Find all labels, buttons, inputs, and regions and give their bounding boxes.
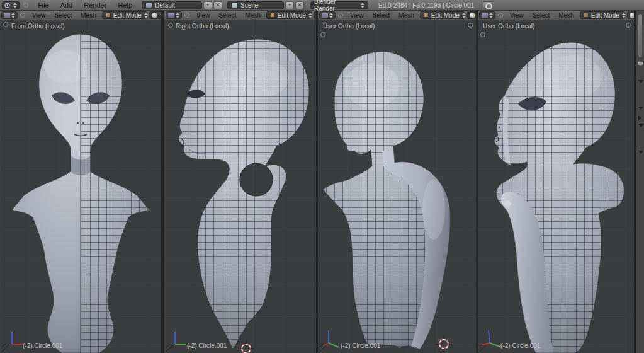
blender-window: File Add Render Help Default + ✕ Scene +… [0,0,644,353]
expand-toolshelf-button[interactable] [168,23,173,28]
viewport-right[interactable]: View Select Mesh Edit Mode [164,11,316,353]
edit-mode-icon [424,13,429,18]
viewport-front[interactable]: View Select Mesh Edit Mode Global [0,11,161,353]
info-editor-icon [4,3,12,8]
scene-dropdown[interactable]: Scene [227,1,284,9]
front-view-render [0,20,161,353]
shading-dropdown[interactable] [314,11,316,19]
view3d-editor-icon [4,13,10,18]
expand-menus-button[interactable] [338,13,343,18]
view-menu[interactable]: View [192,12,215,19]
mesh-menu[interactable]: Mesh [240,12,264,19]
edit-mode-icon [270,13,275,18]
solid-shading-icon [470,13,475,18]
viewport-front-header: View Select Mesh Edit Mode Global [0,11,161,20]
viewport-label: User Ortho (Local) [323,23,375,30]
right-view-render [164,20,316,353]
delete-layout-button[interactable]: ✕ [213,1,222,9]
screen-layout-value: Default [155,2,175,9]
render-menu[interactable]: Render [78,1,112,9]
mode-arrows-icon [144,13,148,18]
mode-dropdown[interactable]: Edit Mode [420,11,465,19]
expand-toolshelf-button[interactable] [3,22,8,27]
viewport-label: Front Ortho (Local) [11,23,64,30]
add-scene-button[interactable]: + [285,1,294,9]
editor-type-button[interactable] [319,11,336,19]
expand-properties-button[interactable] [626,23,631,28]
file-menu[interactable]: File [32,1,55,9]
render-tab-icon[interactable] [638,61,643,66]
mode-arrows-icon [622,13,626,18]
delete-scene-button[interactable]: ✕ [295,1,304,9]
mode-arrows-icon [462,13,466,18]
edit-mode-icon [584,13,589,18]
expand-toolshelf-button[interactable] [480,32,485,37]
expand-menus-button[interactable] [184,13,189,18]
mode-dropdown[interactable]: Edit Mode [266,11,312,19]
solid-shading-icon [630,13,634,18]
expand-menus-button[interactable] [20,13,25,18]
viewport-user-back-header: View Select Mesh Edit Mode Global [318,11,476,20]
info-header: File Add Render Help Default + ✕ Scene +… [0,0,644,11]
screen-layout-dropdown[interactable]: Default [142,1,202,9]
shading-dropdown[interactable] [627,11,634,19]
view3d-editor-icon [168,13,174,18]
viewport-front-canvas[interactable]: Front Ortho (Local) (-2) Circle.001 [0,20,161,353]
mode-dropdown[interactable]: Edit Mode [102,11,147,19]
blender-logo-icon [483,1,492,9]
select-menu[interactable]: Select [528,12,555,19]
editor-switch-arrows-icon [489,13,493,18]
view-menu[interactable]: View [28,12,50,19]
editor-type-button[interactable] [166,11,182,19]
panel-collapse-arrow-icon[interactable] [638,107,643,110]
mode-value: Edit Mode [113,12,142,19]
scene-icon [231,3,238,8]
editor-switch-arrows-icon [11,13,15,18]
mode-value: Edit Mode [591,12,619,19]
render-engine-dropdown[interactable]: Blender Render [310,1,368,9]
user-front-view-render [478,20,634,353]
panel-collapse-arrow-icon[interactable] [638,151,643,154]
screen-layout-icon [145,3,152,8]
engine-arrows-icon [361,3,364,8]
view3d-editor-icon [482,13,488,18]
viewport-user-back-canvas[interactable]: User Ortho (Local) (-2) Circle.001 [318,20,476,353]
editor-type-button[interactable] [1,11,18,19]
shading-dropdown[interactable] [149,11,161,19]
select-menu[interactable]: Select [50,12,77,19]
expand-properties-button[interactable] [468,23,473,28]
select-menu[interactable]: Select [215,12,241,19]
view-menu[interactable]: View [506,12,528,19]
viewport-right-canvas[interactable]: Right Ortho (Local) y (-2) Circle.001 [164,20,316,353]
viewport-user-front-canvas[interactable]: User Ortho (Local) (-2) Circle.001 [478,20,634,353]
expand-toolshelf-button[interactable] [320,32,325,37]
mesh-menu[interactable]: Mesh [76,12,100,19]
shading-arrows-icon [160,13,161,18]
add-layout-button[interactable]: + [203,1,212,9]
view3d-editor-icon [322,13,328,18]
mesh-menu[interactable]: Mesh [394,12,418,19]
panel-collapse-arrow-icon[interactable] [638,124,643,127]
panel-collapse-arrow-icon[interactable] [638,80,643,83]
editor-type-button[interactable] [479,11,495,19]
add-menu[interactable]: Add [55,1,79,9]
viewport-label: Right Ortho (Local) [176,23,229,30]
help-menu[interactable]: Help [112,1,138,9]
editor-switch-arrows-icon [13,3,17,8]
viewport-user-back[interactable]: View Select Mesh Edit Mode Global [318,11,476,353]
panel-collapse-arrow-icon[interactable] [638,115,641,120]
select-menu[interactable]: Select [368,12,395,19]
expand-menus-button[interactable] [498,13,503,18]
view-menu[interactable]: View [346,12,368,19]
expand-menus-button[interactable] [23,3,28,8]
viewport-label: User Ortho (Local) [483,23,534,30]
mode-arrows-icon [308,13,312,18]
edit-mode-icon [106,13,111,18]
viewport-user-front[interactable]: View Select Mesh Edit Mode [478,11,634,353]
mesh-menu[interactable]: Mesh [554,12,578,19]
editor-type-button[interactable] [2,1,20,9]
properties-scrollbar[interactable] [638,14,642,57]
viewport-right-header: View Select Mesh Edit Mode [164,11,316,20]
mode-dropdown[interactable]: Edit Mode [580,11,625,19]
shading-dropdown[interactable] [467,11,476,19]
